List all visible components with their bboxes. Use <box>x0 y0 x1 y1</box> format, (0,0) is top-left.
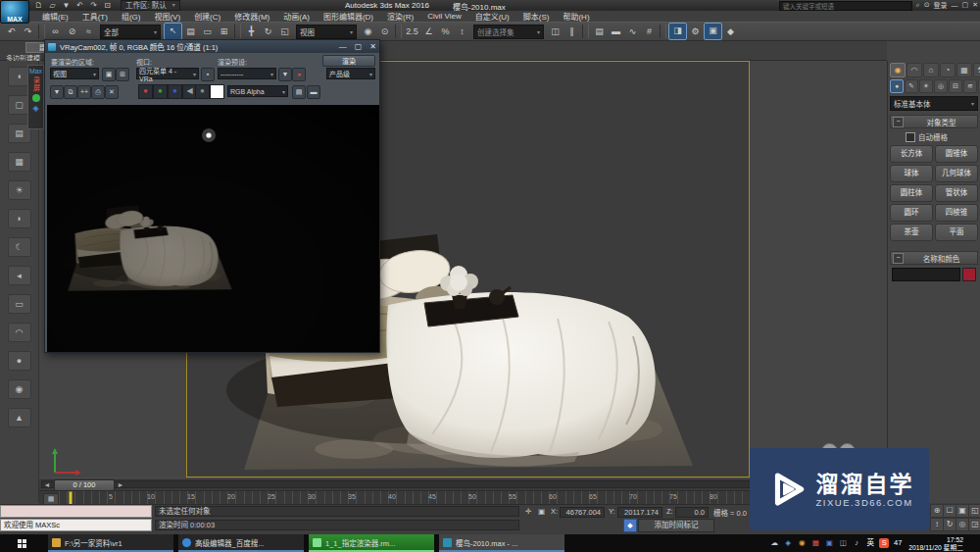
menu-item[interactable]: 渲染(R) <box>380 11 420 22</box>
redo-icon[interactable]: ↷ <box>88 1 99 10</box>
maximize-viewport-icon[interactable]: ◲ <box>968 518 980 531</box>
background-color-swatch[interactable] <box>210 84 224 99</box>
menu-item[interactable]: 工具(T) <box>75 11 115 22</box>
start-button[interactable] <box>0 534 43 552</box>
cat-shapes-icon[interactable]: ✎ <box>905 79 918 93</box>
ribbon-toggle-icon[interactable]: ▬ <box>608 24 624 39</box>
spinner-snap-icon[interactable]: ↕ <box>454 24 470 39</box>
primitive-button[interactable]: 圆柱体 <box>890 184 933 202</box>
mirror-icon[interactable]: ◫ <box>547 24 564 39</box>
primitive-button[interactable]: 茶壶 <box>890 224 933 241</box>
name-color-rollout[interactable]: − 名称和颜色 <box>890 251 978 265</box>
workspace-dropdown[interactable]: 工作区: 默认▾ <box>121 0 180 11</box>
angle-snap-icon[interactable]: ∠ <box>420 24 437 39</box>
z-coordinate-field[interactable]: 0.0 <box>675 507 709 518</box>
grid-icon[interactable]: ▦ <box>8 152 31 172</box>
primitive-button[interactable]: 圆环 <box>890 204 933 222</box>
record-icon[interactable] <box>32 94 40 102</box>
percent-snap-icon[interactable]: % <box>437 24 454 39</box>
search-icon[interactable]: ⌕ <box>916 1 920 9</box>
blue-channel-icon[interactable]: ● <box>168 84 182 99</box>
alpha-channel-icon[interactable]: ● <box>195 84 210 99</box>
lang-indicator[interactable]: 英 <box>865 538 875 548</box>
save-preset-icon[interactable]: ▼ <box>278 68 292 81</box>
green-channel-icon[interactable]: ● <box>153 84 168 99</box>
render-mode-dropdown[interactable]: 产品级▾ <box>326 68 375 79</box>
pan-icon[interactable]: ↕ <box>930 518 944 531</box>
viewport-dropdown[interactable]: 四元菜单 4 - VRa▾ <box>136 68 199 79</box>
primitive-button[interactable]: 球体 <box>890 165 933 182</box>
notification-badge[interactable]: 47 <box>893 538 903 548</box>
eye-icon[interactable]: ◉ <box>8 379 31 399</box>
object-color-swatch[interactable] <box>962 268 976 281</box>
stamp-icon[interactable]: ▬ <box>307 85 320 99</box>
bind-spacewarp-icon[interactable]: ≈ <box>80 24 97 39</box>
vfb-minimize-button[interactable]: — <box>339 42 347 51</box>
menu-item[interactable]: 动画(A) <box>276 11 317 22</box>
render-button[interactable]: 渲染 <box>322 55 375 67</box>
app-red-icon[interactable]: ▦ <box>810 538 820 548</box>
menu-item[interactable]: 自定义(U) <box>468 11 516 22</box>
region-reset-icon[interactable]: ⊞ <box>116 68 129 81</box>
transform-mode-icon[interactable]: ✛ <box>525 507 531 516</box>
render-setup-icon[interactable]: ⚙ <box>687 24 704 39</box>
clear-image-icon[interactable]: ✕ <box>105 85 119 99</box>
curve-editor-icon[interactable]: ∿ <box>624 24 641 39</box>
window-crossing-icon[interactable]: ⊞ <box>216 24 232 39</box>
snap-25-icon[interactable]: 2.5 <box>404 24 420 39</box>
layer-manager-icon[interactable]: ▤ <box>591 24 608 39</box>
color-corrections-icon[interactable]: ▤ <box>292 85 306 99</box>
box-icon[interactable]: ▭ <box>8 294 31 314</box>
taskbar-item-video[interactable]: 1_1_指定渲染器.rm... <box>309 534 434 552</box>
clone-buffer-icon[interactable]: ++ <box>77 85 91 99</box>
select-object-icon[interactable]: ↖ <box>164 23 182 40</box>
menu-item[interactable]: 脚本(S) <box>516 11 557 22</box>
save-image-icon[interactable]: ▼ <box>50 85 64 99</box>
rendered-frame-icon[interactable]: ▣ <box>704 23 722 40</box>
primitive-button[interactable]: 四棱锥 <box>935 204 978 222</box>
moon-icon[interactable]: ☾ <box>8 237 31 257</box>
region-rect-icon[interactable]: ▭ <box>199 24 216 39</box>
tab-display-icon[interactable]: ▦ <box>956 63 972 77</box>
named-selection-sets-dropdown[interactable]: 创建选择集▾ <box>473 25 544 39</box>
menu-item[interactable]: 视图(V) <box>147 11 187 22</box>
menu-item[interactable]: 图形编辑器(D) <box>317 11 380 22</box>
taskbar-item-max[interactable]: 樱鸟-2010.max - ... <box>439 534 564 552</box>
cat-spacewarps-icon[interactable]: ≋ <box>963 79 977 93</box>
dome-icon[interactable]: ◠ <box>8 323 31 342</box>
maxscript-listener[interactable]: 欢迎使用 MAXSc <box>0 519 152 531</box>
primitive-button[interactable]: 几何球体 <box>935 165 978 182</box>
render-production-icon[interactable]: ◆ <box>722 24 739 39</box>
channel-display-dropdown[interactable]: RGB Alpha▾ <box>227 85 288 97</box>
half-dome-icon[interactable]: ◗ <box>8 209 31 228</box>
zoom-icon[interactable]: ⊕ <box>930 504 944 518</box>
primitive-category-dropdown[interactable]: 标准基本体▾ <box>890 96 978 111</box>
volume-icon[interactable]: ♪ <box>852 538 861 548</box>
camera-icon[interactable]: ◫ <box>838 538 848 548</box>
vertex-icon[interactable]: ◂ <box>8 266 31 285</box>
viewport-lock-icon[interactable]: ▪ <box>201 68 215 81</box>
autogrid-checkbox[interactable] <box>906 132 915 142</box>
collapse-icon[interactable]: − <box>893 253 904 264</box>
sun-icon[interactable]: ☀ <box>8 180 31 200</box>
region-lock-icon[interactable]: ▣ <box>102 68 116 81</box>
primitive-button[interactable]: 长方体 <box>890 145 933 163</box>
user-icon[interactable]: ◉ <box>797 538 807 548</box>
menu-item[interactable]: 帮助(H) <box>556 11 596 22</box>
menu-item[interactable]: 修改器(M) <box>227 11 276 22</box>
copy-image-icon[interactable]: ⧉ <box>64 85 77 99</box>
orbit-icon[interactable]: ↻ <box>943 518 956 531</box>
sphere-icon[interactable]: ● <box>8 351 31 371</box>
taskbar-clock[interactable]: 17:52 2018/11/20 星期二 <box>906 535 967 552</box>
zoom-extents-icon[interactable]: ▣ <box>956 504 969 518</box>
restore-button[interactable]: ▢ <box>962 1 969 9</box>
separator[interactable] <box>660 25 666 38</box>
separator[interactable] <box>38 25 45 38</box>
macro-recorder-field[interactable] <box>0 505 152 518</box>
rotate-icon[interactable]: ↻ <box>260 24 276 39</box>
vray-frame-buffer-window[interactable]: VRayCam002, 帧 0, RGBA 颜色 16 位/通道 (1:1) —… <box>44 39 380 353</box>
reference-coordinate-dropdown[interactable]: 视图▾ <box>296 25 357 39</box>
use-pivot-icon[interactable]: ◉ <box>360 24 376 39</box>
cone-icon[interactable]: ▲ <box>8 408 31 427</box>
tab-utilities-icon[interactable]: ⚒ <box>973 63 980 77</box>
